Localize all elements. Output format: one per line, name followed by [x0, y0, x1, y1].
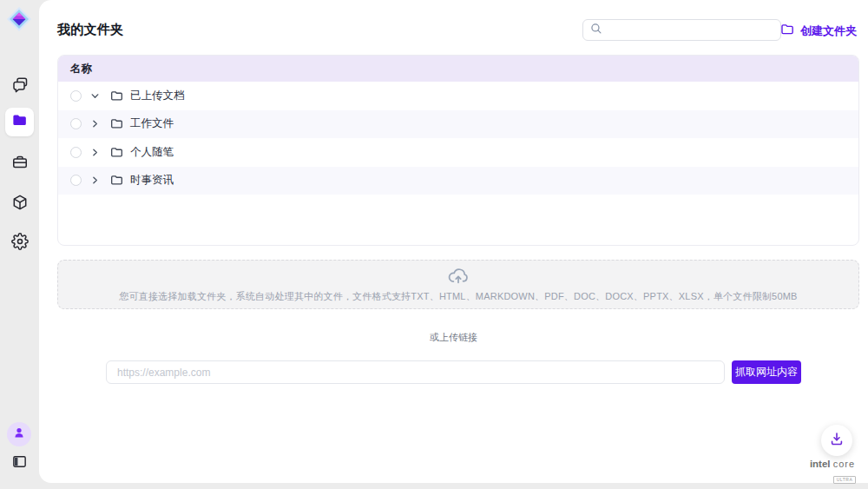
page-title: 我的文件夹 [57, 22, 124, 38]
folder-plus-icon [780, 23, 794, 39]
upload-hint-text: 您可直接选择加载文件夹，系统自动处理其中的文件，文件格式支持TXT、HTML、M… [119, 290, 797, 303]
url-input[interactable] [106, 360, 725, 384]
chat-icon [11, 76, 29, 93]
row-checkbox[interactable] [70, 90, 82, 102]
upload-link-divider-label: 或上传链接 [39, 331, 868, 344]
table-row[interactable]: 已上传文档 [58, 82, 858, 110]
folder-icon [110, 89, 123, 102]
sidebar [0, 0, 39, 489]
create-folder-label: 创建文件夹 [800, 23, 857, 39]
table-row[interactable]: 个人随笔 [58, 138, 858, 167]
search-input[interactable] [608, 20, 780, 40]
gear-icon [11, 233, 29, 250]
user-icon [12, 426, 26, 443]
intel-wordmark: intel [810, 459, 831, 469]
chevron-right-icon[interactable] [89, 146, 101, 158]
panel-icon [11, 453, 28, 470]
intel-core-logo: intel core ultra [806, 459, 859, 484]
sidebar-item-models[interactable] [10, 193, 29, 211]
sidebar-item-chat[interactable] [10, 75, 29, 93]
chevron-down-icon[interactable] [89, 89, 101, 102]
folder-icon [11, 112, 28, 132]
sidebar-item-toolbox[interactable] [10, 153, 29, 171]
folder-icon [110, 117, 123, 130]
download-fab-button[interactable] [821, 425, 852, 456]
chevron-right-icon[interactable] [89, 118, 101, 130]
folder-icon [110, 174, 123, 187]
folder-name: 个人随笔 [130, 145, 174, 160]
app-logo-gem-icon[interactable] [5, 5, 33, 33]
chevron-right-icon[interactable] [89, 175, 101, 187]
search-icon [590, 23, 602, 38]
table-row[interactable]: 工作文件 [58, 110, 858, 139]
fetch-url-button[interactable]: 抓取网址内容 [732, 360, 801, 384]
upload-dropzone[interactable]: 您可直接选择加载文件夹，系统自动处理其中的文件，文件格式支持TXT、HTML、M… [57, 260, 859, 309]
folder-icon [110, 146, 123, 159]
sidebar-item-account[interactable] [7, 422, 31, 446]
create-folder-button[interactable]: 创建文件夹 [780, 23, 857, 39]
folder-table: 名称 已上传文档 工作文件 [57, 55, 859, 246]
main-panel: 我的文件夹 创建文件夹 名称 已上传文档 [39, 0, 868, 483]
core-wordmark: core [833, 459, 855, 469]
folder-name: 已上传文档 [130, 89, 185, 103]
search-box [582, 19, 781, 41]
sidebar-item-settings[interactable] [10, 232, 29, 250]
sidebar-item-folders[interactable] [5, 108, 34, 136]
table-header-name: 名称 [58, 56, 858, 82]
cloud-upload-icon [446, 266, 470, 287]
download-icon [829, 431, 845, 450]
folder-name: 工作文件 [130, 116, 174, 131]
row-checkbox[interactable] [70, 147, 82, 158]
row-checkbox[interactable] [70, 175, 82, 186]
cube-icon [11, 194, 29, 211]
briefcase-icon [11, 154, 29, 171]
link-upload-row: 抓取网址内容 [39, 360, 868, 384]
folder-name: 时事资讯 [130, 173, 174, 188]
intel-ultra-badge: ultra [833, 476, 857, 484]
sidebar-item-toggle-panel[interactable] [10, 453, 29, 471]
table-row[interactable]: 时事资讯 [58, 167, 858, 195]
row-checkbox[interactable] [70, 118, 82, 129]
